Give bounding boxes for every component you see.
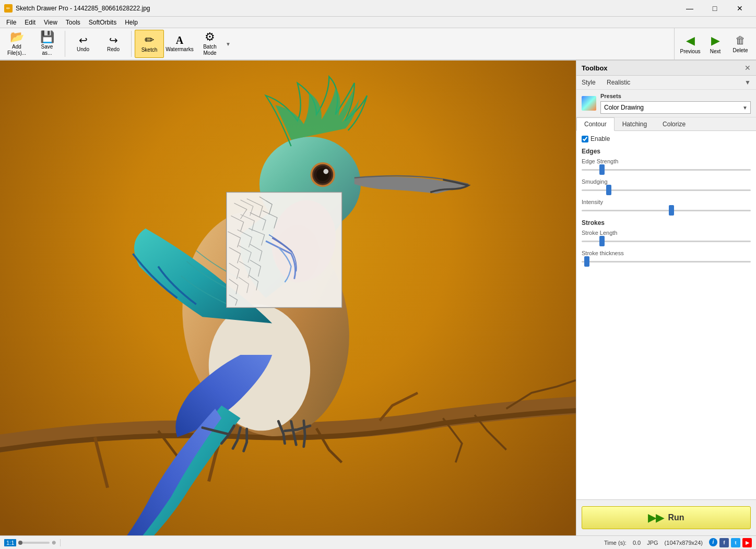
menu-view[interactable]: View	[40, 18, 62, 27]
presets-title: Presets	[600, 93, 751, 99]
toolbar-sep-1	[65, 31, 65, 57]
batch-icon: ⚙	[205, 31, 215, 43]
zoom-level: 1:1	[4, 539, 16, 546]
time-label: Time (s):	[604, 540, 627, 546]
menu-file[interactable]: File	[2, 18, 20, 27]
previous-label: Previous	[680, 49, 701, 54]
presets-icon	[582, 96, 596, 111]
zoom-section: 1:1 ⊕	[4, 539, 61, 546]
previous-icon: ◀	[686, 34, 695, 47]
run-area: ▶▶ Run	[576, 499, 756, 535]
zoom-slider-track[interactable]	[18, 542, 50, 544]
youtube-icon[interactable]: ▶	[742, 538, 752, 547]
toolbox-panel: Toolbox ✕ Style Realistic ▼ Presets Colo…	[576, 61, 756, 535]
tab-content: Enable Edges Edge Strength Smudging	[576, 131, 756, 499]
menu-help[interactable]: Help	[121, 18, 142, 27]
toolbox-header: Toolbox ✕	[576, 61, 756, 76]
delete-icon: 🗑	[735, 34, 746, 46]
undo-icon: ↩	[79, 35, 88, 45]
save-icon: 💾	[40, 31, 54, 43]
sketch-button[interactable]: ✏ Sketch	[135, 30, 164, 58]
intensity-rail	[582, 210, 751, 211]
bird-svg	[0, 61, 576, 535]
menu-bar: File Edit View Tools SoftOrbits Help	[0, 17, 756, 28]
toolbox-close-button[interactable]: ✕	[745, 64, 751, 72]
menu-edit[interactable]: Edit	[20, 18, 40, 27]
file-dimensions: (1047x879x24)	[665, 540, 703, 546]
strokes-section-title: Strokes	[582, 219, 751, 226]
toolbar-overflow[interactable]: ▼	[226, 41, 231, 47]
tab-colorize[interactable]: Colorize	[655, 117, 693, 130]
stroke-thickness-track	[582, 258, 751, 265]
next-label: Next	[710, 49, 721, 54]
intensity-label: Intensity	[582, 199, 751, 205]
edge-strength-rail	[582, 169, 751, 171]
tab-contour[interactable]: Contour	[576, 117, 615, 131]
add-files-button[interactable]: 📂 AddFile(s)...	[2, 30, 31, 58]
stroke-length-track	[582, 237, 751, 245]
info-icon[interactable]: i	[709, 538, 717, 546]
intensity-group: Intensity	[582, 199, 751, 214]
watermarks-button[interactable]: A Watermarks	[165, 30, 194, 58]
delete-label: Delete	[733, 47, 748, 53]
status-info: Time (s): 0.0 JPG (1047x879x24) i f t ▶	[65, 538, 752, 547]
delete-button[interactable]: 🗑 Delete	[729, 30, 752, 57]
save-as-button[interactable]: 💾 Saveas...	[32, 30, 62, 58]
stroke-length-label: Stroke Length	[582, 230, 751, 236]
redo-button[interactable]: ↪ Redo	[99, 30, 128, 58]
next-icon: ▶	[711, 34, 720, 47]
stroke-thickness-rail	[582, 261, 751, 262]
intensity-track	[582, 207, 751, 214]
style-value: Realistic	[607, 79, 740, 86]
smudging-track	[582, 186, 751, 194]
menu-softorbits[interactable]: SoftOrbits	[85, 18, 121, 27]
smudging-group: Smudging	[582, 178, 751, 194]
run-button[interactable]: ▶▶ Run	[582, 506, 751, 529]
status-bar: 1:1 ⊕ Time (s): 0.0 JPG (1047x879x24) i …	[0, 535, 756, 549]
undo-button[interactable]: ↩ Undo	[68, 30, 98, 58]
minimize-button[interactable]: —	[678, 0, 702, 17]
tab-hatching[interactable]: Hatching	[615, 117, 655, 130]
twitter-icon[interactable]: t	[731, 538, 740, 547]
window-title: Sketch Drawer Pro - 1442285_80661628222.…	[16, 5, 150, 12]
sketch-icon: ✏	[145, 34, 154, 46]
next-button[interactable]: ▶ Next	[704, 30, 727, 57]
smudging-rail	[582, 189, 751, 191]
add-files-icon: 📂	[10, 31, 24, 43]
facebook-icon[interactable]: f	[719, 538, 729, 547]
main-content: Toolbox ✕ Style Realistic ▼ Presets Colo…	[0, 61, 756, 535]
enable-label: Enable	[590, 135, 610, 142]
style-label: Style	[582, 79, 603, 86]
toolbar: 📂 AddFile(s)... 💾 Saveas... ↩ Undo ↪ Red…	[0, 28, 756, 61]
title-bar: ✏ Sketch Drawer Pro - 1442285_8066162822…	[0, 0, 756, 17]
close-button[interactable]: ✕	[728, 0, 752, 17]
toolbox-title: Toolbox	[582, 64, 608, 72]
presets-select-wrapper: Color Drawing Pencil Sketch Charcoal Ink…	[600, 101, 751, 114]
presets-select[interactable]: Color Drawing Pencil Sketch Charcoal Ink…	[600, 101, 751, 114]
watermarks-icon: A	[176, 35, 183, 45]
toolbar-nav: ◀ Previous ▶ Next 🗑 Delete	[674, 28, 756, 59]
stroke-thickness-group: Stroke thickness	[582, 250, 751, 265]
stroke-length-rail	[582, 241, 751, 242]
social-icons: i f t ▶	[709, 538, 752, 547]
enable-row: Enable	[582, 135, 751, 142]
menu-tools[interactable]: Tools	[62, 18, 85, 27]
batch-mode-button[interactable]: ⚙ BatchMode	[195, 30, 225, 58]
presets-row: Presets Color Drawing Pencil Sketch Char…	[576, 90, 756, 117]
file-format: JPG	[647, 540, 658, 546]
edges-section-title: Edges	[582, 148, 751, 155]
window-controls: — □ ✕	[678, 0, 752, 17]
presets-content: Presets Color Drawing Pencil Sketch Char…	[600, 93, 751, 114]
previous-button[interactable]: ◀ Previous	[679, 30, 702, 57]
maximize-button[interactable]: □	[703, 0, 727, 17]
canvas-image	[0, 61, 576, 535]
toolbar-sep-2	[131, 31, 132, 57]
tab-bar: Contour Hatching Colorize	[576, 117, 756, 131]
zoom-expand: ⊕	[52, 540, 56, 545]
time-value: 0.0	[633, 540, 641, 546]
canvas-area[interactable]	[0, 61, 576, 535]
stroke-length-group: Stroke Length	[582, 230, 751, 245]
smudging-label: Smudging	[582, 178, 751, 185]
edge-strength-label: Edge Strength	[582, 158, 751, 164]
enable-checkbox[interactable]	[582, 136, 588, 142]
